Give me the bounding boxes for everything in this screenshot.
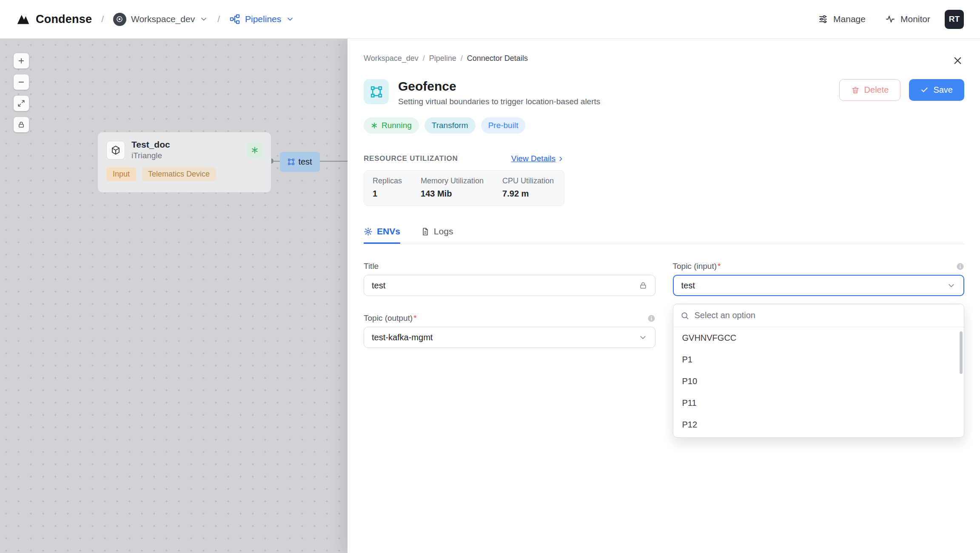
dropdown-options: GVHNVFGCC P1 P10 P11 P12 <box>673 327 964 436</box>
connector-details-panel: Workspace_dev / Pipeline / Connector Det… <box>348 39 980 553</box>
dropdown-option[interactable]: P11 <box>673 392 964 414</box>
tag-telematics-device: Telematics Device <box>142 167 216 181</box>
node-tags: Input Telematics Device <box>106 167 262 181</box>
close-panel-button[interactable] <box>951 54 964 67</box>
workspace-switcher[interactable]: Workspace_dev <box>113 13 208 26</box>
node-header: Test_doc iTriangle <box>106 140 262 160</box>
breadcrumb-separator: / <box>423 54 425 63</box>
title-label-row: Title <box>364 261 655 271</box>
chevron-down-icon[interactable] <box>947 281 956 290</box>
lock-canvas-button[interactable] <box>14 117 29 132</box>
lock-icon <box>639 281 647 290</box>
breadcrumb-separator: / <box>461 54 463 63</box>
chevron-right-icon <box>557 155 564 162</box>
tab-logs-label: Logs <box>434 226 453 237</box>
view-details-link[interactable]: View Details <box>511 154 564 163</box>
metric-replicas: Replicas 1 <box>373 177 402 200</box>
info-icon[interactable] <box>956 262 964 271</box>
trash-icon <box>851 86 860 94</box>
node-test-chip[interactable]: test <box>280 152 320 172</box>
topic-output-label: Topic (output)* <box>364 314 417 323</box>
node-test-doc[interactable]: Test_doc iTriangle Input Telematics Devi… <box>97 132 271 193</box>
gear-icon <box>364 227 373 236</box>
zoom-out-button[interactable] <box>14 74 29 90</box>
geofence-icon <box>364 79 389 104</box>
manage-label: Manage <box>833 14 866 24</box>
topic-output-value: test-kafka-mgmt <box>372 333 633 342</box>
tab-logs[interactable]: Logs <box>421 226 453 244</box>
status-badge-running: Running <box>364 117 419 134</box>
pipeline-canvas[interactable]: Test_doc iTriangle Input Telematics Devi… <box>0 39 348 553</box>
info-icon[interactable] <box>647 314 655 322</box>
tab-envs[interactable]: ENVs <box>364 226 400 244</box>
topic-dropdown: Select an option GVHNVFGCC P1 P10 P11 P1… <box>673 304 965 438</box>
tag-input: Input <box>106 167 136 181</box>
brand-name: Condense <box>36 13 92 26</box>
delete-button[interactable]: Delete <box>839 79 901 101</box>
canvas-toolbar <box>14 53 29 132</box>
manage-sliders-icon <box>818 14 828 24</box>
save-button[interactable]: Save <box>909 79 964 101</box>
title-label: Title <box>364 262 379 271</box>
status-badges: Running Transform Pre-built <box>364 117 964 134</box>
geofence-mini-icon <box>288 158 295 165</box>
pipelines-switcher[interactable]: Pipelines <box>229 14 294 25</box>
view-details-label: View Details <box>511 154 556 163</box>
condense-logo-icon <box>16 12 30 26</box>
search-icon <box>681 311 689 320</box>
tab-envs-label: ENVs <box>377 226 400 237</box>
required-asterisk: * <box>718 262 721 271</box>
pipelines-label: Pipelines <box>245 14 281 24</box>
node-title: Test_doc <box>131 140 240 150</box>
panel-head: Workspace_dev / Pipeline / Connector Det… <box>364 54 964 67</box>
top-navbar: Condense / Workspace_dev / Pipelines <box>0 0 980 39</box>
spinner-icon <box>371 122 378 129</box>
zoom-in-button[interactable] <box>14 53 29 68</box>
dropdown-option[interactable]: P10 <box>673 371 964 392</box>
env-form: Title Topic (input)* <box>364 261 964 348</box>
chip-label: test <box>298 157 312 167</box>
topic-input-field: Topic (input)* Sel <box>673 261 965 296</box>
required-asterisk: * <box>413 314 416 322</box>
workspace-icon <box>113 13 126 26</box>
dropdown-option[interactable]: P12 <box>673 414 964 436</box>
dropdown-scrollbar[interactable] <box>960 331 963 374</box>
dropdown-option[interactable]: GVHNVFGCC <box>673 327 964 349</box>
workspace-name: Workspace_dev <box>131 14 195 24</box>
node-running-icon <box>247 142 262 158</box>
header-actions: Delete Save <box>839 79 964 101</box>
page-subtitle: Setting virtual boundaries to trigger lo… <box>398 97 600 106</box>
fit-view-button[interactable] <box>14 96 29 111</box>
check-icon <box>920 86 929 94</box>
nav-separator: / <box>101 14 104 24</box>
running-label: Running <box>382 121 412 130</box>
chevron-down-icon[interactable] <box>638 333 647 342</box>
resource-utilization-card: Replicas 1 Memory Utilization 143 Mib CP… <box>364 170 564 206</box>
topic-output-select[interactable]: test-kafka-mgmt <box>364 327 655 348</box>
document-icon <box>421 227 430 236</box>
topic-input-select[interactable] <box>673 275 965 296</box>
topic-input-value[interactable] <box>681 281 942 291</box>
breadcrumb-item-current: Connector Details <box>467 54 528 63</box>
breadcrumb: Workspace_dev / Pipeline / Connector Det… <box>364 54 528 63</box>
breadcrumb-item-pipeline[interactable]: Pipeline <box>429 54 456 63</box>
user-avatar[interactable]: RT <box>945 10 964 29</box>
metric-cpu: CPU Utilization 7.92 m <box>502 177 554 200</box>
manage-button[interactable]: Manage <box>818 14 866 24</box>
brand[interactable]: Condense <box>16 12 92 26</box>
topic-output-label-row: Topic (output)* <box>364 313 655 323</box>
connector-header: Geofence Setting virtual boundaries to t… <box>364 79 964 106</box>
dropdown-search[interactable]: Select an option <box>673 304 964 327</box>
detail-tabs: ENVs Logs <box>364 226 964 244</box>
dropdown-option[interactable]: P1 <box>673 349 964 371</box>
breadcrumb-item-workspace[interactable]: Workspace_dev <box>364 54 419 63</box>
topic-output-field: Topic (output)* test-kafka-mgmt <box>364 313 655 348</box>
resource-utilization-heading: RESOURCE UTILIZATION <box>364 154 458 163</box>
title-input[interactable] <box>372 281 634 291</box>
node-texts: Test_doc iTriangle <box>131 140 240 160</box>
nav-separator: / <box>217 14 220 24</box>
topic-input-label: Topic (input)* <box>673 262 721 271</box>
resource-utilization-header: RESOURCE UTILIZATION View Details <box>364 154 564 163</box>
node-subtitle: iTriangle <box>131 151 240 160</box>
monitor-button[interactable]: Monitor <box>885 14 930 24</box>
